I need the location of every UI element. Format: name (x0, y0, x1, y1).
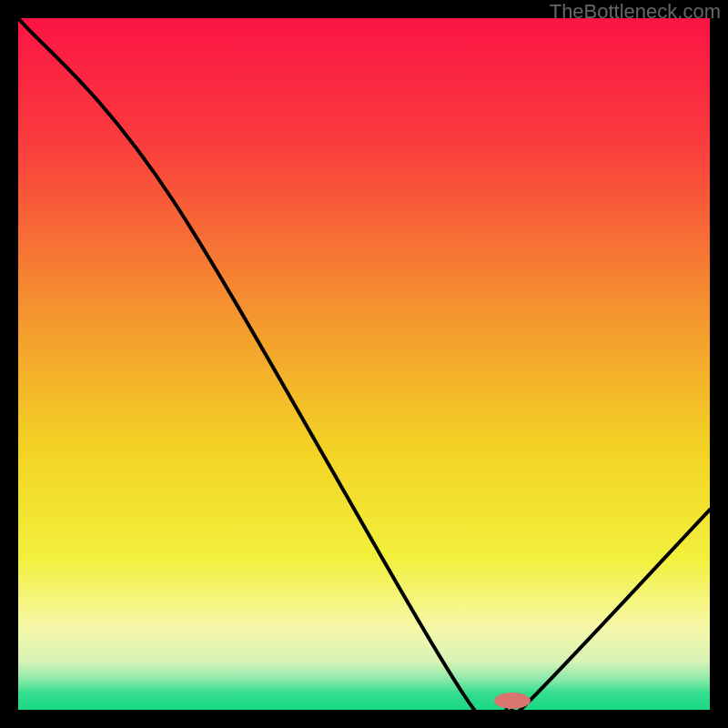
gradient-background (18, 18, 710, 710)
chart-svg (18, 18, 710, 710)
chart-frame (18, 18, 710, 710)
optimum-marker (494, 693, 531, 709)
